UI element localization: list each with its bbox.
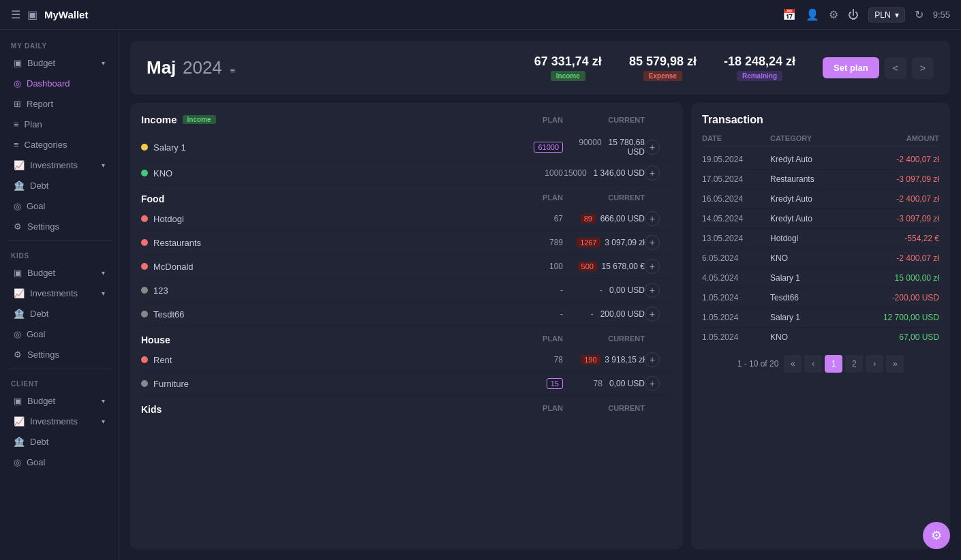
furniture-label: Furniture	[153, 379, 189, 389]
tx-date: 14.05.2024	[702, 214, 770, 223]
refresh-icon[interactable]: ↻	[915, 8, 924, 21]
tx-category: Salary 1	[770, 273, 871, 283]
sidebar-item-kids-goal[interactable]: ◎ Goal	[3, 324, 116, 344]
header-menu-icon[interactable]: ≡	[230, 65, 235, 76]
income-col-plan: Plan	[495, 116, 563, 124]
sidebar-item-kids-debt[interactable]: 🏦 Debt	[3, 304, 116, 324]
pagination-page2[interactable]: 2	[845, 355, 863, 373]
topbar-time: 9:55	[933, 10, 950, 20]
pagination-prev[interactable]: ‹	[804, 355, 822, 373]
sidebar-item-kids-investments[interactable]: 📈 Investments ▾	[3, 283, 116, 303]
pagination-last[interactable]: »	[886, 355, 904, 373]
income-badge: Income	[551, 71, 585, 81]
next-month-button[interactable]: >	[912, 57, 934, 79]
set-plan-button[interactable]: Set plan	[823, 57, 879, 78]
tx-date: 4.05.2024	[702, 273, 770, 283]
row123-add-button[interactable]: +	[645, 283, 660, 298]
tesdt66-current: - 200,00 USD	[563, 309, 645, 319]
sidebar-item-dashboard[interactable]: ◎ Dashboard	[3, 74, 116, 93]
transaction-title: Transaction	[702, 114, 939, 126]
food-row-tesdt66: Tesdt66 - - 200,00 USD +	[141, 302, 672, 326]
tesdt66-dot	[141, 311, 148, 317]
sidebar-item-client-debt[interactable]: 🏦 Debt	[3, 432, 116, 452]
income-value: 67 331,74 zł	[534, 55, 602, 69]
tx-col-date: Date	[702, 134, 770, 142]
kno-add-button[interactable]: +	[645, 166, 660, 181]
goal-icon: ◎	[14, 201, 21, 211]
pagination-info: 1 - 10 of 20	[737, 359, 779, 369]
currency-selector[interactable]: PLN ▾	[868, 7, 904, 22]
tesdt66-name: Tesdt66	[141, 309, 495, 320]
sidebar-item-client-investments[interactable]: 📈 Investments ▾	[3, 411, 116, 431]
sidebar-item-client-goal[interactable]: ◎ Goal	[3, 452, 116, 472]
sidebar-section-my-daily: MY DAILY	[0, 35, 119, 52]
food-row-123: 123 - - 0,00 USD +	[141, 279, 672, 302]
tx-date: 1.05.2024	[702, 293, 770, 302]
kids-goal-icon: ◎	[14, 329, 21, 339]
sidebar-divider-2	[7, 369, 112, 369]
client-budget-icon: ▣	[14, 396, 22, 406]
hotdogi-add-button[interactable]: +	[645, 211, 660, 226]
row123-plan: -	[495, 285, 563, 295]
topbar-left: ☰ ▣ MyWallet	[11, 8, 774, 21]
sidebar: MY DAILY ▣ Budget ▾ ◎ Dashboard ⊞ Report…	[0, 30, 119, 560]
tesdt66-add-button[interactable]: +	[645, 307, 660, 322]
debt-icon: 🏦	[14, 181, 25, 191]
user-icon[interactable]: 👤	[806, 8, 819, 21]
prev-month-button[interactable]: <	[885, 57, 906, 79]
pagination-next[interactable]: ›	[866, 355, 883, 373]
food-col-plan: Plan	[495, 193, 563, 204]
tx-rows-container: 19.05.2024 Kredyt Auto -2 400,07 zł 17.0…	[702, 150, 939, 347]
sidebar-item-kids-settings[interactable]: ⚙ Settings	[3, 345, 116, 364]
tx-date: 16.05.2024	[702, 194, 770, 204]
sidebar-item-budget[interactable]: ▣ Budget ▾	[3, 53, 116, 73]
calendar-icon[interactable]: 📅	[782, 8, 796, 21]
sidebar-item-plan[interactable]: ≡ Plan	[3, 114, 116, 134]
restaurants-current: 1267 3 097,09 zł	[563, 238, 645, 247]
restaurants-plan: 789	[495, 238, 563, 247]
sidebar-item-categories[interactable]: ≡ Categories	[3, 135, 116, 155]
hamburger-icon[interactable]: ☰	[11, 8, 20, 21]
rent-add-button[interactable]: +	[645, 352, 660, 367]
mcdonald-add-button[interactable]: +	[645, 259, 660, 274]
pagination-page1[interactable]: 1	[825, 355, 842, 373]
income-section-header: Income Income Plan Current	[141, 114, 672, 128]
furniture-add-button[interactable]: +	[645, 376, 660, 391]
mcdonald-label: McDonald	[153, 262, 194, 272]
header-card: Maj 2024 ≡ 67 331,74 zł Income 85 579,98…	[130, 41, 950, 95]
power-icon[interactable]: ⏻	[848, 9, 859, 21]
food-col-current: Current	[563, 193, 645, 204]
hotdogi-current: 89 666,00 USD	[563, 214, 645, 223]
tesdt66-plan: -	[495, 309, 563, 319]
sidebar-item-client-budget[interactable]: ▣ Budget ▾	[3, 391, 116, 411]
sidebar-item-kids-budget[interactable]: ▣ Budget ▾	[3, 263, 116, 283]
sidebar-label-kids-debt: Debt	[30, 309, 48, 319]
tx-amount: -554,22 €	[871, 234, 939, 243]
pagination-first[interactable]: «	[784, 355, 802, 373]
sidebar-item-debt[interactable]: 🏦 Debt	[3, 176, 116, 196]
sidebar-label-budget: Budget	[27, 58, 55, 68]
sidebar-item-report[interactable]: ⊞ Report	[3, 94, 116, 114]
tx-col-category: Category	[770, 134, 871, 142]
sidebar-item-goal[interactable]: ◎ Goal	[3, 196, 116, 216]
food-row-hotdogi: Hotdogi 67 89 666,00 USD +	[141, 207, 672, 231]
sidebar-label-kids-budget: Budget	[27, 268, 55, 278]
restaurants-name: Restaurants	[141, 238, 495, 248]
income-section-badge: Income	[183, 115, 216, 124]
chevron-client-budget-icon: ▾	[102, 397, 105, 405]
sidebar-item-investments[interactable]: 📈 Investments ▾	[3, 155, 116, 175]
salary1-add-button[interactable]: +	[645, 140, 660, 155]
settings-icon[interactable]: ⚙	[829, 8, 838, 21]
gear-corner-button[interactable]: ⚙	[923, 522, 950, 549]
tx-amount: -2 400,07 zł	[871, 194, 939, 204]
sidebar-item-settings[interactable]: ⚙ Settings	[3, 217, 116, 236]
categories-icon: ≡	[14, 140, 19, 150]
tx-amount: 67,00 USD	[871, 332, 939, 342]
tx-col-amount: Amount	[871, 134, 939, 142]
client-investments-icon: 📈	[14, 416, 25, 426]
restaurants-add-button[interactable]: +	[645, 235, 660, 250]
tx-date: 19.05.2024	[702, 155, 770, 164]
table-row: 6.05.2024 KNO -2 400,07 zł	[702, 249, 939, 268]
rent-current: 190 3 918,15 zł	[563, 355, 645, 364]
furniture-current: 78 0,00 USD	[563, 379, 645, 388]
